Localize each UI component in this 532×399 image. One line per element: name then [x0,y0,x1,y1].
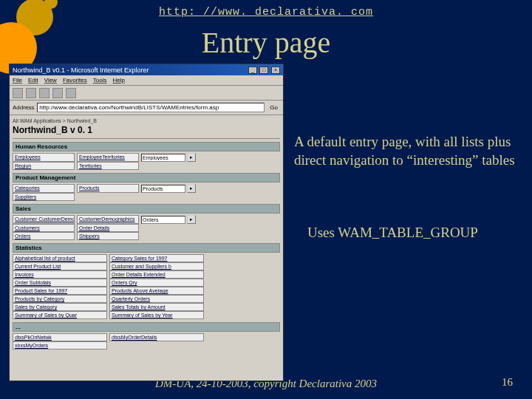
list-link[interactable]: EmployeeTerritories [77,153,139,162]
list-link[interactable]: Summary of Sales by Year [109,311,204,319]
list-link[interactable]: Territories [77,162,139,170]
list-link[interactable]: Customer and Suppliers b [109,262,204,270]
list-link[interactable]: dtxsMyOrderDetails [109,333,204,341]
address-field[interactable]: http://www.declarativa.com/NorthwindB/LI… [37,103,265,112]
nav-input[interactable] [141,185,185,193]
list-link[interactable]: Order Details Extended [109,270,204,279]
breadcrumb: All WAM Applications > Northwind_B [13,118,280,123]
body-text-2: Uses WAM_TABLE_GROUP [307,225,514,242]
list-link[interactable]: Current Product List [13,262,107,270]
section-header-hr: Human Resources [13,142,280,151]
list-link[interactable]: Invoices [13,270,107,279]
browser-window: Northwind_B v0.1 - Microsoft Internet Ex… [9,64,284,381]
close-button[interactable]: × [271,66,280,74]
back-icon[interactable] [13,88,23,98]
list-link[interactable]: Products [77,184,139,193]
list-link[interactable]: Suppliers [13,193,75,201]
list-link[interactable]: dtxsPkOnNetwk [13,333,107,341]
list-link[interactable]: Categories [13,184,75,193]
menu-view[interactable]: View [44,77,57,83]
body-text-1: A default entry page, with all lists plu… [294,133,516,169]
app-title: Northwind_B v 0. 1 [13,125,280,135]
address-bar: Address http://www.declarativa.com/North… [10,100,283,115]
list-link[interactable]: Sales Totals by Amount [109,303,204,311]
list-link[interactable]: Products Above Average [109,287,204,295]
window-controls: _ □ × [248,66,280,74]
nav-cell: ▸ [141,215,196,224]
address-label: Address [13,104,34,111]
home-icon[interactable] [66,88,76,98]
list-link[interactable]: xbxsMyOrders [13,341,107,349]
list-link[interactable]: Region [13,162,75,170]
stop-icon[interactable] [39,88,50,98]
menu-edit[interactable]: Edit [28,77,38,83]
list-link[interactable]: Orders Qry [109,279,204,287]
slide-title: Entry page [0,25,532,60]
nav-input[interactable] [141,154,185,162]
nav-input[interactable] [141,216,185,224]
section-header-pm: Product Management [13,173,280,183]
menu-favorites[interactable]: Favorites [63,77,87,83]
section-header-sales: Sales [13,204,280,214]
nav-cell: ▸ [141,153,196,162]
list-link[interactable]: Employees [13,153,75,162]
refresh-icon[interactable] [52,88,63,98]
list-link[interactable]: Product Sales for 1997 [13,287,107,295]
header-url: http: //www. declarativa. com [0,6,532,18]
nav-go-button[interactable]: ▸ [187,153,196,162]
list-link[interactable]: Quarterly Orders [109,295,204,303]
list-link[interactable]: Customer CustomerDemo [13,215,75,224]
menu-file[interactable]: File [13,77,22,83]
menu-help[interactable]: Help [112,77,124,83]
nav-go-button[interactable]: ▸ [187,215,196,224]
section-header-stats: Statistics [13,243,280,253]
nav-go-button[interactable]: ▸ [187,184,196,193]
list-link[interactable]: Category Sales for 1997 [109,254,204,262]
window-title: Northwind_B v0.1 - Microsoft Internet Ex… [13,66,149,74]
toolbar [10,86,283,100]
list-link[interactable]: Order Subtotals [13,279,107,287]
maximize-button[interactable]: □ [259,66,268,74]
list-link[interactable]: Summary of Sales by Quar [13,311,107,319]
list-link[interactable]: Customers [13,224,75,232]
list-link[interactable]: Alphabetical list of product [13,254,107,262]
list-link[interactable]: Shippers [77,232,139,240]
list-link[interactable]: CustomerDemographics [77,215,139,224]
minimize-button[interactable]: _ [248,66,257,74]
list-link[interactable]: Sales by Category [13,303,107,311]
forward-icon[interactable] [26,88,36,98]
section-header-misc: ... [13,322,280,332]
nav-cell: ▸ [141,184,196,193]
menu-bar: File Edit View Favorites Tools Help [10,75,283,86]
list-link[interactable]: Order Details [77,224,139,232]
list-link[interactable]: Orders [13,232,75,240]
go-button[interactable]: Go [267,104,280,111]
page-content: All WAM Applications > Northwind_B North… [10,115,283,381]
window-titlebar: Northwind_B v0.1 - Microsoft Internet Ex… [10,64,283,75]
divider [13,138,280,139]
menu-tools[interactable]: Tools [93,77,107,83]
page-number: 16 [502,376,513,389]
list-link[interactable]: Products by Category [13,295,107,303]
